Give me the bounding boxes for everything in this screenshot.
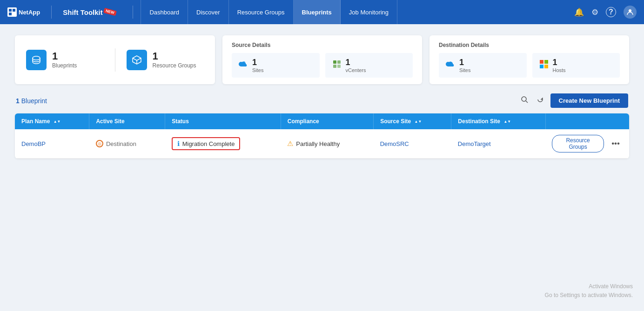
nav-job-monitoring[interactable]: Job Monitoring bbox=[341, 0, 397, 24]
destination-details-items: 1 Sites 1 Hosts bbox=[439, 53, 620, 78]
col-actions bbox=[545, 113, 629, 129]
stats-divider bbox=[115, 48, 115, 72]
gear-icon[interactable]: ⚙ bbox=[591, 7, 598, 17]
status-value: Migration Complete bbox=[182, 140, 235, 147]
compliance-value: Partially Healthy bbox=[296, 140, 340, 147]
dest-hosts-label: Hosts bbox=[553, 67, 566, 73]
netapp-logo: NetApp bbox=[7, 7, 40, 17]
blueprints-stat: 1 Blueprints bbox=[26, 50, 104, 70]
resource-groups-icon bbox=[127, 50, 147, 70]
blueprint-count-label: Blueprint bbox=[21, 97, 47, 105]
nav-divider-main bbox=[133, 6, 133, 19]
resource-groups-stat: 1 Resource Groups bbox=[127, 50, 204, 70]
dest-hosts: 1 Hosts bbox=[532, 53, 620, 78]
blueprint-icon bbox=[26, 50, 47, 70]
svg-rect-2 bbox=[13, 9, 15, 12]
row-actions-cell: Resource Groups ••• bbox=[545, 129, 629, 158]
source-vcenters: 1 vCenters bbox=[325, 53, 413, 78]
col-compliance: Compliance bbox=[281, 113, 373, 129]
nav-blueprints[interactable]: Blueprints bbox=[294, 0, 341, 24]
help-icon[interactable]: ? bbox=[606, 7, 616, 17]
svg-rect-12 bbox=[540, 60, 543, 64]
netapp-label: NetApp bbox=[19, 9, 40, 16]
navbar-icons: 🔔 ⚙ ? bbox=[574, 6, 637, 19]
source-details-card: Source Details 1 Sites bbox=[222, 35, 422, 84]
dest-sites-count: 1 bbox=[459, 58, 470, 67]
resource-groups-button[interactable]: Resource Groups bbox=[552, 135, 604, 152]
source-sites-count: 1 bbox=[252, 58, 263, 67]
main-content: 1 Blueprints 1 Resource Groups bbox=[0, 24, 644, 311]
blueprints-count: 1 bbox=[52, 51, 77, 62]
stats-card: 1 Blueprints 1 Resource Groups bbox=[15, 35, 215, 84]
col-source-site: Source Site ▲▼ bbox=[374, 113, 451, 129]
svg-rect-15 bbox=[544, 65, 548, 68]
svg-rect-1 bbox=[9, 9, 12, 12]
status-cell: ℹ Migration Complete bbox=[165, 129, 281, 159]
brand: NetApp Shift ToolkitNEW bbox=[7, 6, 116, 19]
destination-details-card: Destination Details 1 Sites bbox=[429, 35, 629, 84]
svg-rect-11 bbox=[337, 65, 341, 68]
vcenters-label: vCenters bbox=[346, 67, 366, 73]
sort-plan-name: ▲▼ bbox=[54, 120, 61, 124]
svg-line-17 bbox=[526, 101, 528, 103]
nav-discover[interactable]: Discover bbox=[188, 0, 229, 24]
source-details-title: Source Details bbox=[232, 42, 413, 48]
table-row: DemoBP ◎ Destination ℹ Migration Complet… bbox=[15, 129, 629, 159]
blueprint-section: 1 Blueprint Create New Blueprint Plan Na… bbox=[15, 93, 629, 159]
plan-name-cell: DemoBP bbox=[15, 129, 89, 159]
dest-sites: 1 Sites bbox=[439, 53, 527, 78]
dest-site-link[interactable]: DemoTarget bbox=[458, 140, 491, 147]
nav-dashboard[interactable]: Dashboard bbox=[141, 0, 188, 24]
bell-icon[interactable]: 🔔 bbox=[574, 7, 584, 17]
destination-site-cell: DemoTarget bbox=[451, 129, 545, 159]
resource-groups-label: Resource Groups bbox=[153, 62, 196, 69]
svg-point-6 bbox=[33, 56, 40, 60]
blueprint-header: 1 Blueprint Create New Blueprint bbox=[15, 93, 629, 108]
plan-name-link[interactable]: DemoBP bbox=[21, 140, 46, 147]
source-sites: 1 Sites bbox=[232, 53, 320, 78]
active-site-cell: ◎ Destination bbox=[89, 129, 165, 159]
dest-sites-label: Sites bbox=[459, 67, 470, 73]
more-actions-button[interactable]: ••• bbox=[609, 138, 623, 149]
source-sites-icon bbox=[238, 60, 248, 71]
col-active-site: Active Site bbox=[89, 113, 165, 129]
source-site-link[interactable]: DemoSRC bbox=[380, 140, 409, 147]
vcenter-icon bbox=[332, 59, 342, 72]
svg-rect-14 bbox=[540, 65, 543, 68]
refresh-button[interactable] bbox=[535, 94, 546, 107]
active-site-value: Destination bbox=[106, 140, 136, 147]
new-badge: NEW bbox=[103, 7, 117, 16]
warning-icon: ⚠ bbox=[287, 139, 293, 148]
table-actions: Create New Blueprint bbox=[519, 93, 628, 108]
destination-circle-icon: ◎ bbox=[96, 140, 103, 147]
blueprints-label: Blueprints bbox=[52, 62, 77, 69]
col-plan-name: Plan Name ▲▼ bbox=[15, 113, 89, 129]
svg-rect-4 bbox=[13, 13, 15, 15]
col-status: Status bbox=[165, 113, 281, 129]
svg-rect-8 bbox=[333, 60, 336, 64]
svg-point-5 bbox=[629, 9, 631, 12]
source-sites-label: Sites bbox=[252, 67, 263, 73]
blueprint-count-num: 1 bbox=[16, 97, 20, 105]
svg-rect-10 bbox=[333, 65, 336, 68]
search-button[interactable] bbox=[519, 94, 530, 107]
nav-resource-groups[interactable]: Resource Groups bbox=[229, 0, 294, 24]
svg-rect-13 bbox=[544, 60, 548, 64]
ms-icon bbox=[539, 59, 549, 72]
sort-source-site: ▲▼ bbox=[415, 120, 422, 124]
status-info-icon: ℹ bbox=[177, 140, 180, 147]
compliance-cell: ⚠ Partially Healthy bbox=[281, 129, 373, 159]
summary-row: 1 Blueprints 1 Resource Groups bbox=[15, 35, 629, 84]
blueprint-count: 1 Blueprint bbox=[16, 97, 47, 105]
svg-rect-9 bbox=[337, 60, 341, 64]
blueprints-info: 1 Blueprints bbox=[52, 51, 77, 68]
svg-point-16 bbox=[522, 97, 526, 101]
dest-hosts-count: 1 bbox=[553, 58, 566, 67]
destination-details-title: Destination Details bbox=[439, 42, 620, 48]
status-badge: ℹ Migration Complete bbox=[172, 137, 241, 150]
user-avatar[interactable] bbox=[624, 6, 637, 19]
dest-sites-icon bbox=[445, 60, 456, 71]
table-header-row: Plan Name ▲▼ Active Site Status Complian… bbox=[15, 113, 629, 129]
blueprint-table: Plan Name ▲▼ Active Site Status Complian… bbox=[15, 113, 629, 159]
create-blueprint-button[interactable]: Create New Blueprint bbox=[550, 93, 628, 108]
